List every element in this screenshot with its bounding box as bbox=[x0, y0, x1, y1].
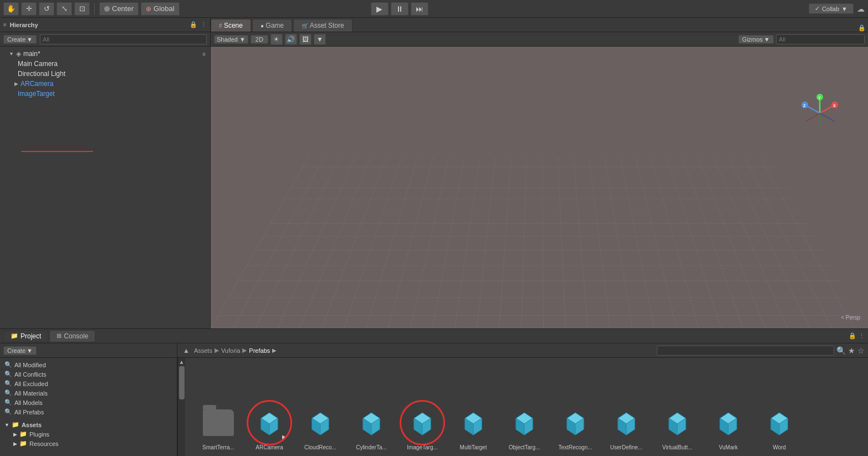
move-tool-button[interactable]: ✛ bbox=[21, 2, 37, 16]
hierarchy-create-button[interactable]: Create ▼ bbox=[3, 35, 37, 44]
project-filter-icon[interactable]: ★ bbox=[848, 346, 855, 355]
shading-dropdown[interactable]: Shaded ▼ bbox=[214, 35, 248, 44]
sidebar-item-all-materials[interactable]: 🔍 All Materials bbox=[0, 388, 177, 398]
asset-grid: SmartTerra... ▶ bbox=[185, 358, 868, 456]
scene-viewport[interactable]: X Y Z < Persp bbox=[211, 47, 868, 328]
step-button[interactable]: ⏭ bbox=[411, 2, 428, 16]
project-create-label: Create bbox=[7, 347, 25, 354]
cloud-button[interactable]: ☁ bbox=[857, 4, 865, 13]
sidebar-item-all-modified[interactable]: 🔍 All Modified bbox=[0, 360, 177, 369]
asset-icon-multitarget bbox=[454, 403, 493, 442]
sidebar-item-all-models[interactable]: 🔍 All Models bbox=[0, 398, 177, 407]
global-label: Global bbox=[154, 4, 175, 13]
hand-tool-button[interactable]: ✋ bbox=[3, 2, 19, 16]
asset-item-word[interactable]: Word bbox=[757, 403, 801, 450]
project-folder-icon: 📁 bbox=[11, 332, 18, 340]
project-bookmark-icon[interactable]: ☆ bbox=[857, 346, 865, 355]
scroll-handle[interactable] bbox=[179, 366, 185, 399]
hierarchy-item-image-target[interactable]: ImageTarget bbox=[0, 89, 210, 99]
pause-button[interactable]: ⏸ bbox=[391, 2, 409, 16]
gizmos-dropdown-arrow: ▼ bbox=[764, 36, 770, 43]
gizmos-dropdown[interactable]: Gizmos ▼ bbox=[738, 35, 774, 44]
hierarchy-image-target-label: ImageTarget bbox=[18, 90, 55, 98]
hierarchy-lock-icon[interactable]: 🔒 bbox=[190, 21, 197, 28]
sidebar-item-plugins[interactable]: ▶ 📁 Plugins bbox=[0, 429, 177, 439]
project-lock-icon[interactable]: 🔒 bbox=[849, 332, 856, 340]
asset-item-virtualbutt[interactable]: VirtualButt... bbox=[655, 403, 699, 450]
tab-console[interactable]: ⊞ Console bbox=[49, 330, 95, 342]
all-prefabs-icon: 🔍 bbox=[4, 408, 12, 416]
assets-section-label: Assets bbox=[22, 422, 42, 428]
resources-folder-icon: 📁 bbox=[19, 440, 27, 447]
global-pivot-button[interactable]: ⊕ Global bbox=[141, 2, 180, 16]
collab-label: Collab bbox=[822, 6, 839, 12]
project-sidebar-content: 🔍 All Modified 🔍 All Conflicts 🔍 All Exc… bbox=[0, 358, 177, 456]
asset-item-cylinderta[interactable]: CylinderTa... bbox=[349, 403, 394, 450]
tab-project[interactable]: 📁 Project bbox=[3, 330, 48, 342]
scene-icon: ◈ bbox=[16, 50, 21, 58]
rotate-tool-button[interactable]: ↺ bbox=[39, 2, 54, 16]
vertical-scroll-track: ▲ bbox=[177, 358, 185, 456]
project-search-input[interactable] bbox=[657, 346, 834, 356]
userdefine-cube-svg bbox=[610, 406, 643, 439]
asset-item-textrecogn[interactable]: TextRecogn... bbox=[553, 403, 598, 450]
asset-icon-imagetarg bbox=[403, 403, 442, 442]
hierarchy-main-options[interactable]: ≡ bbox=[202, 51, 206, 57]
breadcrumb-prefabs[interactable]: Prefabs bbox=[249, 347, 270, 354]
hierarchy-item-main[interactable]: ▼ ◈ main* ≡ bbox=[0, 49, 210, 59]
scroll-track-up[interactable]: ▲ bbox=[179, 359, 185, 365]
sidebar-item-all-conflicts[interactable]: 🔍 All Conflicts bbox=[0, 369, 177, 379]
hierarchy-item-main-camera[interactable]: Main Camera bbox=[0, 59, 210, 69]
scene-toolbar: Shaded ▼ 2D ☀ 🔊 🖼 ▼ Gizmos ▼ bbox=[211, 32, 868, 47]
hierarchy-item-directional-light[interactable]: Directional Light bbox=[0, 69, 210, 79]
breadcrumb-vuforia[interactable]: Vuforia bbox=[221, 347, 240, 354]
sidebar-item-all-excluded[interactable]: 🔍 All Excluded bbox=[0, 379, 177, 388]
project-content: Create ▼ 🔍 All Modified 🔍 All Conflicts … bbox=[0, 343, 868, 456]
scale-tool-button[interactable]: ⤡ bbox=[57, 2, 72, 16]
tab-scene[interactable]: # Scene bbox=[211, 19, 251, 32]
tab-game[interactable]: ● Game bbox=[252, 19, 292, 32]
audio-button[interactable]: 🔊 bbox=[285, 34, 297, 45]
sidebar-section-assets[interactable]: ▼ 📁 Assets bbox=[0, 420, 177, 429]
hierarchy-options-icon[interactable]: ⋮ bbox=[201, 21, 207, 28]
project-options-icon[interactable]: ⋮ bbox=[859, 332, 865, 340]
asset-item-userdefine[interactable]: UserDefine... bbox=[604, 403, 649, 450]
asset-item-imagetarg[interactable]: ImageTarg... bbox=[400, 403, 445, 450]
scene-search-input[interactable] bbox=[776, 34, 865, 44]
play-button[interactable]: ▶ bbox=[371, 2, 389, 16]
svg-text:Y: Y bbox=[818, 96, 821, 100]
asset-item-multitarget[interactable]: MultiTarget bbox=[451, 403, 496, 450]
breadcrumb-assets[interactable]: Assets bbox=[194, 347, 212, 354]
asset-label-cylinderta: CylinderTa... bbox=[356, 444, 387, 450]
lighting-button[interactable]: ☀ bbox=[270, 34, 283, 45]
center-pivot-button[interactable]: Center bbox=[99, 2, 139, 16]
hierarchy-item-ar-camera[interactable]: ▶ ARCamera bbox=[0, 79, 210, 89]
word-cube-svg bbox=[763, 406, 796, 439]
scene-lock-icon[interactable]: 🔒 bbox=[858, 24, 866, 32]
imagetarg-cube-svg bbox=[406, 406, 439, 439]
2d-toggle-button[interactable]: 2D bbox=[251, 35, 268, 44]
asset-label-virtualbutt: VirtualButt... bbox=[662, 444, 692, 450]
cloudreco-cube-svg bbox=[304, 406, 337, 439]
sidebar-item-resources[interactable]: ▶ 📁 Resources bbox=[0, 439, 177, 448]
project-create-button[interactable]: Create ▼ bbox=[3, 346, 37, 355]
tab-asset-store[interactable]: 🛒 Asset Store bbox=[293, 19, 353, 32]
rect-tool-button[interactable]: ⊡ bbox=[74, 2, 90, 16]
effects-button[interactable]: 🖼 bbox=[299, 34, 312, 45]
asset-item-objecttarg[interactable]: ObjectTarg... bbox=[502, 403, 547, 450]
hierarchy-content: ▼ ◈ main* ≡ Main Camera Directional Ligh… bbox=[0, 47, 210, 328]
project-search-icon[interactable]: 🔍 bbox=[836, 346, 846, 355]
asset-item-smartterra[interactable]: SmartTerra... bbox=[196, 403, 241, 450]
effects-dropdown-button[interactable]: ▼ bbox=[314, 34, 326, 45]
asset-item-arcamera[interactable]: ▶ ARCamera bbox=[247, 403, 292, 450]
asset-label-smartterra: SmartTerra... bbox=[202, 444, 234, 450]
asset-item-vumark[interactable]: VuMark bbox=[706, 403, 750, 450]
asset-label-word: Word bbox=[773, 444, 786, 450]
hierarchy-menu-icon: ≡ bbox=[3, 22, 7, 28]
scroll-up-button[interactable]: ▲ bbox=[181, 347, 192, 354]
sidebar-item-all-prefabs[interactable]: 🔍 All Prefabs bbox=[0, 407, 177, 417]
collab-button[interactable]: ✓ Collab ▼ bbox=[809, 3, 854, 14]
hierarchy-title: Hierarchy bbox=[10, 22, 38, 28]
asset-item-cloudreco[interactable]: CloudReco... bbox=[298, 403, 343, 450]
hierarchy-search-input[interactable] bbox=[40, 34, 207, 44]
